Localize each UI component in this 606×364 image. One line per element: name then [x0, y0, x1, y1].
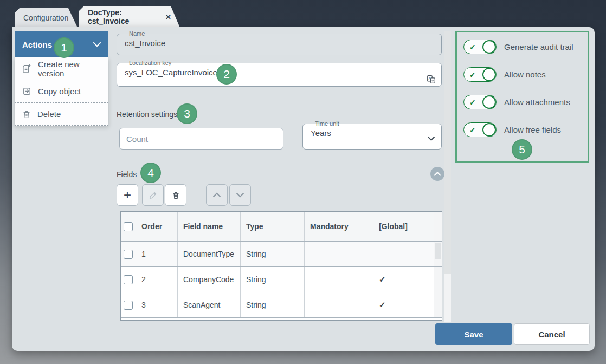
tab-configuration-label: Configuration: [23, 14, 68, 22]
cell-order: 3: [136, 292, 178, 317]
annotation-badge-3: 3: [177, 103, 197, 124]
move-field-down-button[interactable]: [229, 184, 251, 206]
annotation-badge-2: 2: [216, 64, 237, 84]
select-all-checkbox[interactable]: [124, 222, 133, 231]
table-scrollbar[interactable]: [434, 292, 442, 317]
cell-mandatory: [305, 292, 373, 317]
menu-item-create-new-version[interactable]: Create new version: [15, 57, 108, 80]
tab-doctype-label: DocType: cst_Invoice: [88, 8, 160, 25]
toggle-knob: [482, 68, 496, 81]
actions-label: Actions: [22, 40, 52, 49]
table-row[interactable]: 1 DocumentType String: [121, 242, 442, 267]
chevron-down-icon: [428, 136, 435, 141]
close-icon[interactable]: ✕: [165, 13, 171, 21]
time-unit-select[interactable]: Time unit Years: [302, 120, 442, 150]
toggle-allow-free-fields[interactable]: ✓: [463, 122, 497, 137]
toggle-allow-notes[interactable]: ✓: [463, 67, 497, 82]
annotation-badge-5: 5: [512, 139, 532, 160]
toggle-label-allow-attachments: Allow attachments: [504, 95, 570, 109]
chevron-down-icon: [236, 192, 244, 198]
translate-icon[interactable]: A: [427, 75, 436, 84]
column-header-mandatory: Mandatory: [305, 212, 373, 241]
check-icon: ✓: [469, 43, 476, 51]
count-input[interactable]: [119, 128, 283, 150]
add-field-button[interactable]: +: [117, 184, 138, 206]
cell-global: ✓: [373, 292, 434, 317]
move-field-up-button[interactable]: [206, 184, 228, 206]
table-scrollbar[interactable]: [434, 212, 442, 241]
trash-icon: [22, 109, 31, 119]
tab-doctype-cst-invoice[interactable]: DocType: cst_Invoice ✕: [79, 6, 180, 28]
column-header-field-name: Field name: [178, 212, 241, 241]
form-scrollbar[interactable]: [444, 31, 451, 322]
row-checkbox[interactable]: [124, 250, 133, 259]
cell-mandatory: [305, 242, 373, 266]
column-header-global: [Global]: [373, 212, 434, 241]
menu-item-copy-object[interactable]: Copy object: [15, 80, 108, 103]
delete-field-button[interactable]: [165, 184, 186, 206]
retention-settings-title: Retention settings: [117, 110, 177, 119]
cancel-button-label: Cancel: [538, 330, 565, 339]
cell-order: 1: [136, 242, 178, 266]
name-field-value: cst_Invoice: [124, 37, 435, 48]
doctype-editor-panel: Actions Create new version Copy object: [12, 27, 595, 351]
check-icon: ✓: [469, 126, 476, 134]
pencil-icon: [149, 191, 158, 200]
table-row[interactable]: 3 ScanAgent String ✓: [121, 292, 442, 318]
cell-field-name: DocumentType: [178, 242, 241, 266]
menu-item-label: Create new version: [38, 60, 101, 78]
table-row[interactable]: 2 CompanyCode String ✓: [121, 267, 442, 292]
table-clipped-row: [121, 318, 442, 321]
toggle-knob: [482, 123, 496, 136]
localization-key-value: sys_LOC_CaptureInvoice: [124, 66, 435, 77]
edit-field-button[interactable]: [142, 184, 164, 206]
actions-menu: Create new version Copy object Delete: [15, 57, 108, 126]
cell-type: String: [241, 292, 305, 317]
save-button-label: Save: [464, 330, 483, 339]
cell-field-name: ScanAgent: [178, 292, 241, 317]
new-version-icon: [22, 63, 32, 74]
table-scrollbar-thumb[interactable]: [435, 243, 441, 259]
name-field-label: Name: [127, 30, 147, 37]
toggle-generate-audit-trail[interactable]: ✓: [463, 40, 497, 54]
cell-type: String: [241, 242, 305, 266]
save-button[interactable]: Save: [435, 323, 512, 345]
trash-icon: [171, 191, 180, 200]
toggle-allow-attachments[interactable]: ✓: [463, 95, 497, 109]
column-header-order: Order: [136, 212, 178, 241]
cell-global: [373, 242, 434, 266]
check-icon: ✓: [469, 98, 476, 107]
fields-table: Order Field name Type Mandatory [Global]…: [120, 211, 442, 321]
menu-item-label: Delete: [37, 109, 61, 119]
localization-key-label: Localization key: [127, 60, 173, 66]
table-scrollbar[interactable]: [434, 267, 442, 292]
plus-icon: +: [124, 187, 131, 203]
cell-mandatory: [305, 267, 373, 292]
cell-global: ✓: [373, 267, 434, 292]
toggle-label-generate-audit-trail: Generate audit trail: [504, 40, 573, 54]
fields-section-title: Fields: [117, 170, 137, 179]
row-checkbox[interactable]: [124, 301, 133, 310]
toggle-label-allow-free-fields: Allow free fields: [504, 122, 561, 137]
fields-table-header: Order Field name Type Mandatory [Global]: [121, 212, 442, 242]
localization-key-field[interactable]: Localization key sys_LOC_CaptureInvoice …: [117, 60, 442, 87]
menu-item-delete[interactable]: Delete: [15, 103, 108, 126]
check-icon: ✓: [469, 70, 476, 79]
copy-icon: [22, 86, 32, 96]
row-checkbox[interactable]: [124, 275, 133, 284]
name-field[interactable]: Name cst_Invoice: [117, 30, 442, 55]
cell-order: 2: [136, 267, 178, 292]
chevron-up-icon: [212, 192, 221, 198]
tab-configuration[interactable]: Configuration: [15, 8, 78, 28]
form-scrollbar-thumb[interactable]: [444, 31, 451, 274]
chevron-up-icon: [434, 172, 441, 176]
annotation-badge-4: 4: [140, 162, 161, 183]
table-scrollbar[interactable]: [434, 242, 442, 266]
menu-item-label: Copy object: [38, 87, 81, 96]
collapse-fields-button[interactable]: [430, 167, 444, 181]
fields-divider: [164, 174, 430, 174]
cancel-button[interactable]: Cancel: [514, 323, 590, 345]
annotation-badge-1: 1: [54, 37, 74, 58]
toggle-knob: [482, 40, 496, 54]
chevron-down-icon: [93, 42, 101, 47]
